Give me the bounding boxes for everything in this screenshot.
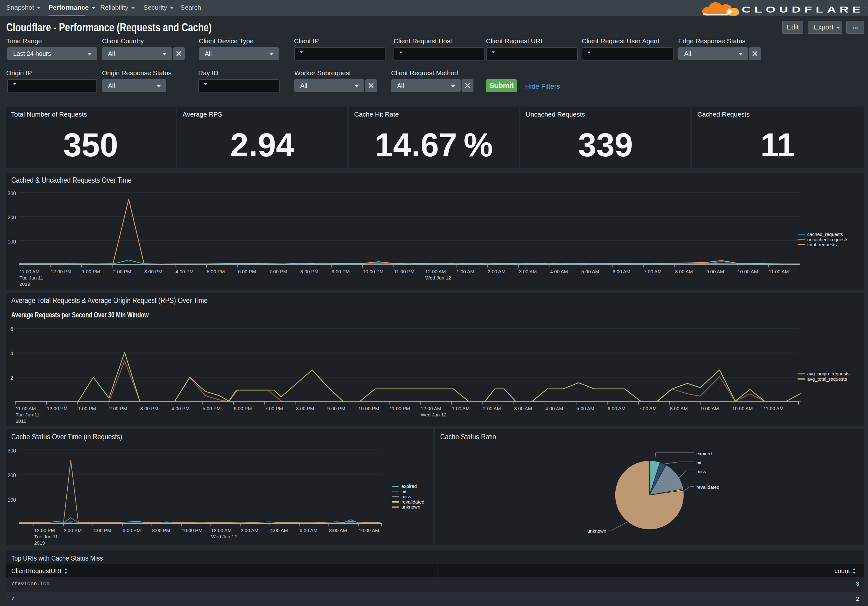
svg-text:12:00 AM: 12:00 AM: [425, 269, 446, 274]
svg-text:300: 300: [8, 448, 16, 454]
svg-text:1:00 PM: 1:00 PM: [82, 269, 100, 274]
svg-text:unknown: unknown: [587, 528, 606, 534]
svg-text:7:00 PM: 7:00 PM: [265, 406, 283, 411]
svg-text:expired: expired: [696, 451, 712, 456]
svg-text:2:00 PM: 2:00 PM: [64, 528, 82, 533]
svg-text:Tue Jun 11: Tue Jun 11: [19, 275, 43, 280]
svg-text:10:00 AM: 10:00 AM: [732, 406, 753, 411]
svg-text:10:00 PM: 10:00 PM: [363, 269, 384, 274]
svg-text:200: 200: [8, 473, 16, 478]
svg-text:12:00 PM: 12:00 PM: [47, 406, 68, 411]
svg-text:revalidated: revalidated: [401, 499, 424, 505]
svg-text:Tue Jun 11: Tue Jun 11: [34, 534, 58, 539]
svg-text:8:00 AM: 8:00 AM: [675, 269, 693, 274]
svg-text:2:00 PM: 2:00 PM: [113, 269, 131, 274]
svg-text:11:00 PM: 11:00 PM: [389, 406, 410, 411]
svg-text:6:00 AM: 6:00 AM: [300, 528, 318, 533]
svg-text:unknown: unknown: [401, 504, 420, 510]
svg-text:11:00 AM: 11:00 AM: [763, 406, 783, 411]
svg-text:100: 100: [8, 497, 16, 503]
svg-text:6:00 PM: 6:00 PM: [123, 528, 141, 533]
svg-text:7:00 PM: 7:00 PM: [269, 269, 287, 274]
svg-text:4:00 PM: 4:00 PM: [172, 406, 190, 411]
svg-text:miss: miss: [401, 494, 411, 499]
svg-text:2:00 AM: 2:00 AM: [240, 528, 258, 533]
svg-text:revalidated: revalidated: [696, 485, 719, 490]
svg-text:Wed Jun 12: Wed Jun 12: [421, 412, 446, 417]
svg-text:Wed Jun 12: Wed Jun 12: [211, 534, 237, 539]
svg-text:7:00 AM: 7:00 AM: [639, 406, 657, 411]
svg-text:5:00 PM: 5:00 PM: [203, 406, 221, 411]
svg-text:Tue Jun 11: Tue Jun 11: [16, 412, 39, 417]
svg-text:7:00 AM: 7:00 AM: [644, 269, 662, 274]
svg-text:6:00 AM: 6:00 AM: [612, 269, 630, 274]
svg-text:6:00 PM: 6:00 PM: [238, 269, 256, 274]
svg-text:avg_total_requests: avg_total_requests: [807, 376, 847, 382]
svg-text:12:00 AM: 12:00 AM: [211, 528, 232, 533]
svg-text:8:00 PM: 8:00 PM: [300, 269, 318, 274]
svg-text:300: 300: [8, 191, 16, 196]
svg-text:8:00 PM: 8:00 PM: [152, 528, 170, 533]
svg-text:4:00 PM: 4:00 PM: [176, 269, 194, 274]
svg-text:10:00 PM: 10:00 PM: [358, 406, 379, 411]
svg-text:2019: 2019: [19, 281, 30, 287]
svg-text:10:00 PM: 10:00 PM: [181, 528, 202, 533]
svg-text:3:00 AM: 3:00 AM: [514, 406, 532, 411]
svg-text:Wed Jun 12: Wed Jun 12: [425, 275, 451, 280]
svg-text:100: 100: [8, 239, 16, 244]
svg-text:8:00 PM: 8:00 PM: [296, 406, 315, 411]
svg-text:hit: hit: [401, 489, 407, 494]
svg-text:3:00 PM: 3:00 PM: [140, 406, 158, 411]
svg-text:6:00 PM: 6:00 PM: [234, 406, 252, 411]
svg-text:4:00 PM: 4:00 PM: [93, 528, 111, 533]
svg-text:4:00 AM: 4:00 AM: [270, 528, 288, 533]
svg-text:3:00 AM: 3:00 AM: [519, 269, 537, 274]
svg-text:2019: 2019: [16, 418, 26, 424]
svg-text:9:00 AM: 9:00 AM: [701, 406, 719, 411]
svg-text:cached_requests: cached_requests: [807, 232, 843, 237]
svg-text:4:00 AM: 4:00 AM: [550, 269, 568, 274]
svg-text:200: 200: [8, 215, 16, 220]
svg-text:11:00 AM: 11:00 AM: [19, 269, 39, 274]
svg-text:10:00 AM: 10:00 AM: [738, 269, 758, 274]
svg-text:8:00 AM: 8:00 AM: [329, 528, 347, 533]
svg-text:9:00 PM: 9:00 PM: [332, 269, 350, 274]
svg-text:12:00 PM: 12:00 PM: [51, 269, 71, 274]
svg-text:11:00 PM: 11:00 PM: [394, 269, 414, 274]
svg-text:miss: miss: [696, 469, 706, 474]
svg-text:12:00 PM: 12:00 PM: [34, 528, 55, 533]
svg-text:2:00 AM: 2:00 AM: [488, 269, 506, 274]
svg-text:2019: 2019: [34, 540, 45, 545]
svg-text:expired: expired: [401, 483, 417, 489]
svg-text:1:00 AM: 1:00 AM: [452, 406, 470, 411]
svg-text:8:00 AM: 8:00 AM: [670, 406, 688, 411]
svg-text:11:00 AM: 11:00 AM: [16, 406, 36, 411]
svg-text:uncached_requests: uncached_requests: [807, 237, 848, 242]
svg-text:12:00 AM: 12:00 AM: [421, 406, 442, 411]
svg-text:4: 4: [10, 351, 13, 356]
svg-text:1:00 PM: 1:00 PM: [78, 406, 96, 411]
svg-text:2: 2: [10, 375, 13, 381]
svg-text:2:00 AM: 2:00 AM: [483, 406, 501, 411]
svg-text:1:00 AM: 1:00 AM: [457, 269, 474, 274]
svg-text:9:00 PM: 9:00 PM: [327, 406, 346, 411]
svg-text:10:00 AM: 10:00 AM: [358, 528, 379, 533]
svg-text:5:00 AM: 5:00 AM: [577, 406, 594, 411]
svg-text:5:00 AM: 5:00 AM: [581, 269, 599, 274]
svg-text:3:00 PM: 3:00 PM: [144, 269, 163, 274]
svg-text:4:00 AM: 4:00 AM: [546, 406, 563, 411]
svg-text:11:00 AM: 11:00 AM: [769, 269, 789, 274]
svg-text:9:00 AM: 9:00 AM: [706, 269, 724, 274]
svg-text:6:00 AM: 6:00 AM: [608, 406, 626, 411]
svg-text:6: 6: [10, 326, 13, 332]
svg-text:hit: hit: [696, 460, 702, 465]
svg-text:5:00 PM: 5:00 PM: [207, 269, 225, 274]
svg-text:total_requests: total_requests: [807, 242, 837, 247]
svg-text:2:00 PM: 2:00 PM: [109, 406, 127, 411]
svg-text:avg_origin_requests: avg_origin_requests: [807, 371, 849, 376]
